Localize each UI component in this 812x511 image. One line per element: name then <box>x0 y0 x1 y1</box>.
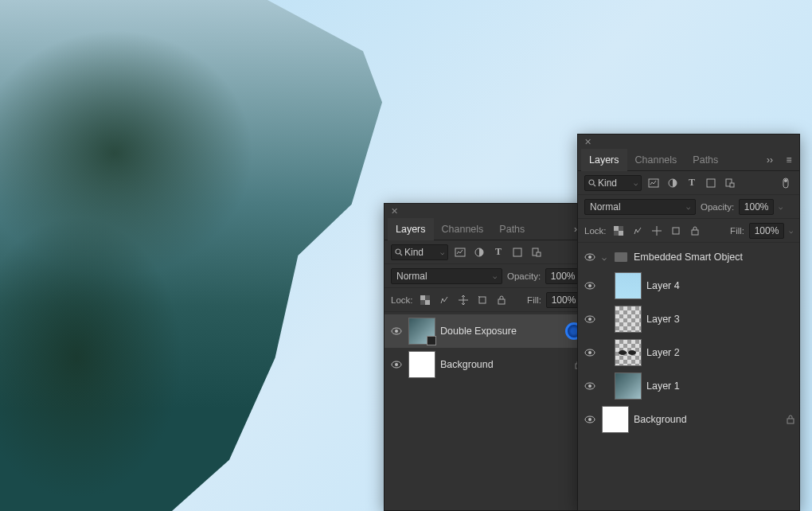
layer-row[interactable]: Double Exposure <box>385 314 588 348</box>
group-expand-icon[interactable]: ⌵ <box>602 253 610 262</box>
opacity-value[interactable]: 100% <box>545 268 580 284</box>
fill-label: Fill: <box>730 226 744 236</box>
layer-name[interactable]: Layer 3 <box>646 314 794 325</box>
layer-filter-row: Kind ⌵ T <box>578 171 799 195</box>
layer-row[interactable]: Layer 1 <box>578 369 799 403</box>
svg-point-43 <box>588 318 591 321</box>
svg-rect-2 <box>455 248 465 256</box>
layer-row[interactable]: Layer 2 <box>578 336 799 369</box>
visibility-icon[interactable] <box>583 382 597 390</box>
lock-pixels-icon[interactable] <box>630 224 645 238</box>
filter-smartobject-icon[interactable] <box>723 176 737 190</box>
layer-name[interactable]: Background <box>634 414 782 425</box>
filter-toggle-icon[interactable] <box>779 176 793 190</box>
lock-icon <box>787 415 794 424</box>
layer-thumbnail[interactable] <box>408 318 435 345</box>
tab-layers[interactable]: Layers <box>388 218 434 240</box>
lock-row: Lock: Fill: 100% <box>385 288 588 312</box>
lock-transparency-icon[interactable] <box>611 224 626 238</box>
opacity-label: Opacity: <box>701 202 734 212</box>
lock-pixels-icon[interactable] <box>437 293 451 307</box>
panel-titlebar[interactable]: ✕ <box>578 135 799 149</box>
layer-thumbnail[interactable] <box>408 351 435 378</box>
fill-value[interactable]: 100% <box>749 223 784 239</box>
lock-artboard-icon[interactable] <box>475 293 490 307</box>
tab-paths[interactable]: Paths <box>685 149 726 171</box>
blend-mode-select[interactable]: Normal ⌵ <box>584 199 696 215</box>
svg-point-19 <box>395 363 398 366</box>
chevron-down-icon: ⌵ <box>686 203 690 211</box>
lock-artboard-icon[interactable] <box>669 224 683 238</box>
svg-rect-25 <box>707 179 715 187</box>
opacity-value[interactable]: 100% <box>739 199 774 215</box>
svg-rect-15 <box>498 299 505 304</box>
svg-point-21 <box>589 180 594 185</box>
layer-name[interactable]: Double Exposure <box>440 326 560 337</box>
layer-row[interactable]: Background <box>385 348 588 381</box>
layer-row[interactable]: Layer 3 <box>578 302 799 336</box>
collapse-icon[interactable]: ›› <box>763 153 777 167</box>
layer-thumbnail[interactable] <box>615 272 642 299</box>
close-icon[interactable]: ✕ <box>583 137 592 146</box>
filter-kind-select[interactable]: Kind ⌵ <box>391 244 448 260</box>
filter-shape-icon[interactable] <box>704 176 718 190</box>
visibility-icon[interactable] <box>583 415 597 423</box>
filter-type-icon[interactable]: T <box>491 245 506 259</box>
lock-position-icon[interactable] <box>456 293 470 307</box>
svg-rect-23 <box>649 179 658 187</box>
lock-label: Lock: <box>584 226 607 236</box>
filter-adjustment-icon[interactable] <box>666 176 680 190</box>
blend-mode-select[interactable]: Normal ⌵ <box>391 268 502 284</box>
layer-name[interactable]: Background <box>440 359 570 370</box>
visibility-icon[interactable] <box>389 327 404 335</box>
layer-row[interactable]: Background <box>578 403 799 436</box>
svg-rect-27 <box>730 183 734 187</box>
panel-titlebar[interactable]: ✕ <box>385 204 588 218</box>
tab-layers[interactable]: Layers <box>581 149 627 171</box>
visibility-icon[interactable] <box>583 253 597 261</box>
filter-shape-icon[interactable] <box>510 245 525 259</box>
visibility-icon[interactable] <box>583 349 597 357</box>
layer-row[interactable]: Layer 4 <box>578 269 799 302</box>
svg-point-45 <box>588 351 591 354</box>
filter-type-icon[interactable]: T <box>685 176 699 190</box>
filter-kind-select[interactable]: Kind ⌵ <box>584 175 642 191</box>
svg-rect-8 <box>425 300 430 305</box>
svg-rect-36 <box>673 228 679 234</box>
search-icon <box>588 179 596 187</box>
visibility-icon[interactable] <box>583 282 597 290</box>
chevron-down-icon[interactable]: ⌵ <box>779 203 783 211</box>
chevron-down-icon[interactable]: ⌵ <box>789 227 793 235</box>
visibility-icon[interactable] <box>583 315 597 323</box>
svg-point-0 <box>396 249 400 254</box>
tab-paths[interactable]: Paths <box>491 218 533 240</box>
svg-line-22 <box>594 184 596 186</box>
fill-value[interactable]: 100% <box>546 292 581 308</box>
filter-adjustment-icon[interactable] <box>472 245 486 259</box>
lock-all-icon[interactable] <box>494 293 509 307</box>
layer-thumbnail[interactable] <box>615 339 642 366</box>
lock-position-icon[interactable] <box>650 224 664 238</box>
group-name[interactable]: Embedded Smart Object <box>634 252 794 263</box>
layer-thumbnail[interactable] <box>615 373 642 400</box>
svg-point-17 <box>395 330 398 333</box>
layer-thumbnail[interactable] <box>615 306 642 333</box>
panel-menu-icon[interactable]: ≡ <box>782 153 796 167</box>
lock-transparency-icon[interactable] <box>418 293 432 307</box>
tab-channels[interactable]: Channels <box>627 149 685 171</box>
lock-all-icon[interactable] <box>688 224 702 238</box>
close-icon[interactable]: ✕ <box>389 206 399 216</box>
layer-group-row[interactable]: ⌵ Embedded Smart Object <box>578 245 799 269</box>
layer-name[interactable]: Layer 1 <box>646 380 794 392</box>
tab-channels[interactable]: Channels <box>434 218 492 240</box>
filter-smartobject-icon[interactable] <box>529 245 544 259</box>
visibility-icon[interactable] <box>389 361 404 369</box>
layer-name[interactable]: Layer 2 <box>646 347 794 358</box>
layer-name[interactable]: Layer 4 <box>646 280 794 291</box>
filter-pixel-icon[interactable] <box>453 245 467 259</box>
document-canvas[interactable] <box>0 0 382 511</box>
layer-thumbnail[interactable] <box>602 406 629 433</box>
svg-point-46 <box>619 350 627 355</box>
filter-pixel-icon[interactable] <box>646 176 661 190</box>
svg-point-47 <box>628 350 636 355</box>
